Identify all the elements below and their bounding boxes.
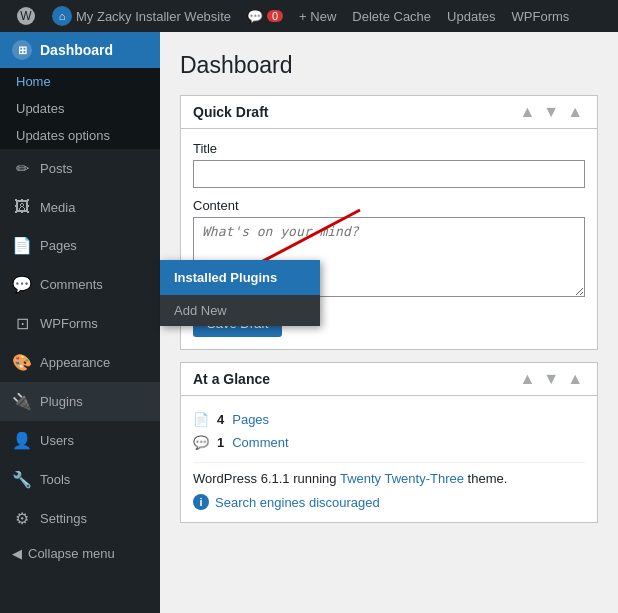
pages-icon: 📄 [12, 236, 32, 255]
sidebar-item-comments[interactable]: 💬 Comments [0, 265, 160, 304]
updates-bar-item[interactable]: Updates [439, 0, 503, 32]
quick-draft-header: Quick Draft ▲ ▼ ▲ [181, 96, 597, 129]
sidebar-item-wpforms[interactable]: ⊡ WPForms [0, 304, 160, 343]
sidebar-item-home[interactable]: Home [0, 68, 160, 95]
glance-widget-controls: ▲ ▼ ▲ [517, 371, 585, 387]
content-label: Content [193, 198, 585, 213]
info-icon: i [193, 494, 209, 510]
sidebar-item-pages[interactable]: 📄 Pages [0, 226, 160, 265]
glance-collapse-up-btn[interactable]: ▲ [517, 371, 537, 387]
at-a-glance-title: At a Glance [193, 371, 270, 387]
glance-body: 📄 4 Pages 💬 1 Comment WordPress 6.1.1 ru… [181, 396, 597, 522]
page-title: Dashboard [180, 52, 598, 79]
site-info: WordPress 6.1.1 running Twenty Twenty-Th… [193, 462, 585, 486]
posts-icon: ✏ [12, 159, 32, 178]
sidebar-home-submenu: Home Updates Updates options [0, 68, 160, 149]
at-a-glance-header: At a Glance ▲ ▼ ▲ [181, 363, 597, 396]
dashboard-icon: ⊞ [12, 40, 32, 60]
sidebar-item-posts[interactable]: ✏ Posts [0, 149, 160, 188]
sidebar-item-updates-options[interactable]: Updates options [0, 122, 160, 149]
quick-draft-title: Quick Draft [193, 104, 268, 120]
delete-cache-bar-item[interactable]: Delete Cache [344, 0, 439, 32]
users-icon: 👤 [12, 431, 32, 450]
sidebar-item-media[interactable]: 🖼 Media [0, 188, 160, 226]
svg-text:W: W [20, 9, 32, 23]
search-engines-link[interactable]: Search engines discouraged [215, 495, 380, 510]
widget-collapse-up-btn[interactable]: ▲ [517, 104, 537, 120]
new-bar-item[interactable]: + New [291, 0, 344, 32]
appearance-icon: 🎨 [12, 353, 32, 372]
sidebar: ⊞ Dashboard Home Updates Updates options… [0, 32, 160, 613]
theme-link[interactable]: Twenty Twenty-Three [340, 471, 464, 486]
tools-icon: 🔧 [12, 470, 32, 489]
wp-logo[interactable]: W [8, 0, 44, 32]
comments-bar-item[interactable]: 💬 0 [239, 0, 291, 32]
collapse-icon: ◀ [12, 546, 22, 561]
settings-icon: ⚙ [12, 509, 32, 528]
media-icon: 🖼 [12, 198, 32, 216]
pages-page-icon: 📄 [193, 412, 209, 427]
sidebar-item-appearance[interactable]: 🎨 Appearance [0, 343, 160, 382]
widget-controls: ▲ ▼ ▲ [517, 104, 585, 120]
sidebar-collapse[interactable]: ◀ Collapse menu [0, 538, 160, 569]
sidebar-item-tools[interactable]: 🔧 Tools [0, 460, 160, 499]
sidebar-item-plugins[interactable]: 🔌 Plugins [0, 382, 160, 421]
glance-close-btn[interactable]: ▲ [565, 371, 585, 387]
comments-glance-icon: 💬 [193, 435, 209, 450]
sidebar-item-updates[interactable]: Updates [0, 95, 160, 122]
plugins-icon: 🔌 [12, 392, 32, 411]
comment-icon: 💬 [247, 9, 263, 24]
glance-pages-row: 📄 4 Pages [193, 408, 585, 431]
comments-link[interactable]: Comment [232, 435, 288, 450]
pages-link[interactable]: Pages [232, 412, 269, 427]
sidebar-item-users[interactable]: 👤 Users [0, 421, 160, 460]
title-input[interactable] [193, 160, 585, 188]
sidebar-item-settings[interactable]: ⚙ Settings [0, 499, 160, 538]
wpforms-icon: ⊡ [12, 314, 32, 333]
comments-icon: 💬 [12, 275, 32, 294]
comment-count: 0 [267, 10, 283, 22]
title-label: Title [193, 141, 585, 156]
glance-comments-row: 💬 1 Comment [193, 431, 585, 454]
at-a-glance-widget: At a Glance ▲ ▼ ▲ 📄 4 Pages 💬 1 Comment [180, 362, 598, 523]
site-name-bar[interactable]: ⌂ My Zacky Installer Website [44, 0, 239, 32]
plugins-submenu-popup: Installed Plugins Add New [160, 260, 320, 326]
search-engines-row: i Search engines discouraged [193, 494, 585, 510]
widget-collapse-down-btn[interactable]: ▼ [541, 104, 561, 120]
site-icon: ⌂ [52, 6, 72, 26]
add-new-plugin-item[interactable]: Add New [160, 295, 320, 326]
installed-plugins-item[interactable]: Installed Plugins [160, 260, 320, 295]
glance-collapse-down-btn[interactable]: ▼ [541, 371, 561, 387]
wpforms-bar-item[interactable]: WPForms [504, 0, 578, 32]
sidebar-dashboard-header[interactable]: ⊞ Dashboard [0, 32, 160, 68]
widget-close-btn[interactable]: ▲ [565, 104, 585, 120]
admin-bar: W ⌂ My Zacky Installer Website 💬 0 + New… [0, 0, 618, 32]
